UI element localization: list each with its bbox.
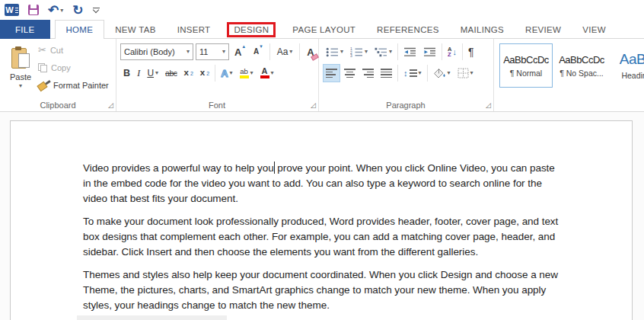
superscript-button[interactable]: x2 bbox=[197, 64, 212, 82]
underline-button[interactable]: U▾ bbox=[144, 64, 161, 82]
shading-icon bbox=[433, 68, 446, 78]
sort-button[interactable]: AZ ↓ bbox=[445, 43, 460, 61]
font-group: Calibri (Body) ▾ 11 ▾ A▴ A▾ Aa▾ A B I U▾… bbox=[116, 39, 319, 111]
style-heading-preview: AaBb bbox=[620, 51, 644, 68]
clipboard-group: Paste ▾ ✂ Cut Copy Format Painter Clipbo… bbox=[0, 39, 116, 111]
font-size-combobox[interactable]: 11 ▾ bbox=[196, 43, 229, 60]
text-highlight-icon: ab bbox=[240, 69, 249, 78]
font-name-combobox[interactable]: Calibri (Body) ▾ bbox=[120, 43, 193, 60]
tab-view-label: VIEW bbox=[582, 25, 606, 34]
style-heading[interactable]: AaBb Heading bbox=[610, 43, 644, 88]
text-effects-button[interactable]: A▾ bbox=[218, 64, 235, 82]
paragraph-3[interactable]: Themes and styles also help keep your do… bbox=[83, 267, 565, 313]
bullets-caret-icon[interactable]: ▾ bbox=[340, 49, 343, 55]
paste-dropdown-caret-icon[interactable]: ▾ bbox=[19, 83, 22, 89]
word-app-icon: W bbox=[5, 4, 19, 16]
line-spacing-icon: ↕ bbox=[403, 69, 408, 78]
cut-label: Cut bbox=[50, 46, 63, 55]
show-hide-marks-button[interactable]: ¶ bbox=[465, 43, 477, 61]
paragraph-group: ▾ 123 ▾ ▾ AZ ↓ ¶ bbox=[318, 39, 494, 111]
shading-button[interactable]: ▾ bbox=[430, 64, 454, 82]
numbering-icon: 123 bbox=[350, 47, 363, 57]
bold-icon: B bbox=[123, 68, 130, 78]
align-center-button[interactable] bbox=[341, 64, 359, 82]
line-spacing-button[interactable]: ↕ ▾ bbox=[400, 64, 425, 82]
superscript-icon: x bbox=[200, 69, 205, 78]
strikethrough-button[interactable]: abc bbox=[162, 64, 180, 82]
underline-caret-icon[interactable]: ▾ bbox=[155, 70, 158, 76]
grow-font-button[interactable]: A▴ bbox=[231, 43, 248, 61]
increase-indent-icon bbox=[423, 47, 436, 57]
sort-arrow-icon: ↓ bbox=[452, 47, 457, 56]
style-normal[interactable]: AaBbCcDc ¶ Normal bbox=[499, 43, 553, 88]
numbering-button[interactable]: 123 ▾ bbox=[347, 43, 371, 61]
svg-text:3: 3 bbox=[350, 53, 352, 57]
text-highlight-caret-icon[interactable]: ▾ bbox=[250, 70, 253, 76]
tab-mailings-label: MAILINGS bbox=[461, 25, 504, 34]
text-effects-caret-icon[interactable]: ▾ bbox=[230, 70, 233, 76]
style-no-spacing[interactable]: AaBbCcDc ¶ No Spac... bbox=[555, 43, 608, 88]
bullets-button[interactable]: ▾ bbox=[323, 43, 346, 61]
tab-new-tab[interactable]: NEW TAB bbox=[104, 20, 166, 39]
partial-content-stub bbox=[77, 315, 227, 320]
numbering-caret-icon[interactable]: ▾ bbox=[365, 49, 368, 55]
font-dialog-launcher[interactable]: ◿ bbox=[311, 102, 316, 109]
font-color-button[interactable]: A ▾ bbox=[257, 64, 277, 82]
tab-page-layout-label: PAGE LAYOUT bbox=[292, 25, 355, 34]
paragraph-group-label: Paragraph bbox=[318, 101, 493, 110]
pilcrow-icon: ¶ bbox=[468, 46, 474, 58]
document-text[interactable]: Video provides a powerful way to help yo… bbox=[83, 161, 565, 320]
bold-button[interactable]: B bbox=[120, 64, 133, 82]
borders-caret-icon[interactable]: ▾ bbox=[470, 70, 473, 76]
undo-button[interactable]: ↶ ▾ bbox=[48, 4, 63, 17]
shading-caret-icon[interactable]: ▾ bbox=[448, 70, 451, 76]
cut-button[interactable]: ✂ Cut bbox=[38, 42, 109, 58]
text-highlight-button[interactable]: ab ▾ bbox=[237, 64, 257, 82]
borders-button[interactable]: ▾ bbox=[454, 64, 477, 82]
line-spacing-caret-icon[interactable]: ▾ bbox=[419, 70, 422, 76]
tab-page-layout[interactable]: PAGE LAYOUT bbox=[282, 20, 366, 39]
tab-mailings[interactable]: MAILINGS bbox=[450, 20, 515, 39]
subscript-button[interactable]: x2 bbox=[181, 64, 196, 82]
increase-indent-button[interactable] bbox=[420, 43, 439, 61]
align-left-icon bbox=[326, 69, 337, 78]
document-page[interactable]: Video provides a powerful way to help yo… bbox=[10, 120, 633, 320]
paste-button[interactable]: Paste ▾ bbox=[4, 42, 37, 106]
tab-review[interactable]: REVIEW bbox=[515, 20, 572, 39]
styles-group: AaBbCcDc ¶ Normal AaBbCcDc ¶ No Spac... … bbox=[493, 39, 644, 111]
customize-qat-button[interactable] bbox=[93, 8, 100, 12]
align-left-button[interactable] bbox=[323, 64, 340, 82]
font-name-caret-icon[interactable]: ▾ bbox=[187, 49, 190, 55]
justify-button[interactable] bbox=[378, 64, 395, 82]
shrink-font-button[interactable]: A▾ bbox=[250, 43, 266, 61]
tab-insert[interactable]: INSERT bbox=[167, 20, 222, 39]
tab-references-label: REFERENCES bbox=[377, 25, 439, 34]
tab-file[interactable]: FILE bbox=[0, 20, 50, 39]
paragraph-1[interactable]: Video provides a powerful way to help yo… bbox=[83, 161, 565, 206]
redo-button[interactable]: ↻ bbox=[72, 4, 83, 17]
font-size-caret-icon[interactable]: ▾ bbox=[222, 49, 225, 55]
format-painter-button[interactable]: Format Painter bbox=[38, 77, 109, 93]
align-right-button[interactable] bbox=[359, 64, 377, 82]
italic-button[interactable]: I bbox=[134, 64, 143, 82]
paragraph-2[interactable]: To make your document look professionall… bbox=[83, 214, 565, 260]
borders-icon bbox=[457, 68, 469, 78]
font-color-caret-icon[interactable]: ▾ bbox=[271, 70, 274, 76]
paragraph-dialog-launcher[interactable]: ◿ bbox=[486, 102, 491, 109]
decrease-indent-button[interactable] bbox=[400, 43, 419, 61]
save-button[interactable] bbox=[28, 5, 39, 15]
ribbon: Paste ▾ ✂ Cut Copy Format Painter Clipbo… bbox=[0, 39, 644, 112]
font-group-label: Font bbox=[116, 101, 318, 110]
change-case-button[interactable]: Aa▾ bbox=[274, 43, 296, 61]
clear-formatting-button[interactable]: A bbox=[304, 43, 317, 61]
undo-dropdown-caret-icon[interactable]: ▾ bbox=[60, 7, 63, 14]
tab-references[interactable]: REFERENCES bbox=[366, 20, 450, 39]
tab-design[interactable]: DESIGN bbox=[221, 20, 282, 39]
clipboard-group-label: Clipboard bbox=[0, 101, 116, 110]
multilevel-list-button[interactable]: ▾ bbox=[371, 43, 395, 61]
tab-home[interactable]: HOME bbox=[55, 20, 105, 39]
clipboard-dialog-launcher[interactable]: ◿ bbox=[108, 102, 113, 109]
copy-button[interactable]: Copy bbox=[38, 59, 109, 75]
multilevel-caret-icon[interactable]: ▾ bbox=[389, 49, 392, 55]
tab-view[interactable]: VIEW bbox=[572, 20, 617, 39]
